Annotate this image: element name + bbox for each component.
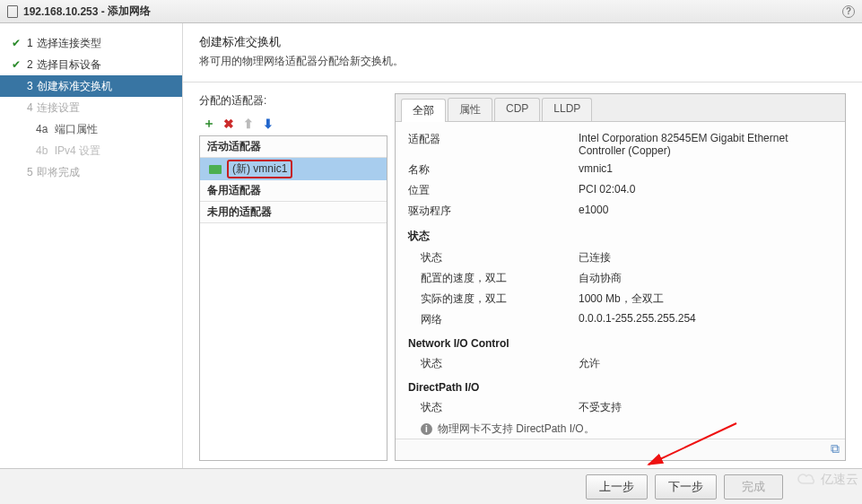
adapter-row-vmnic1[interactable]: (新) vmnic1 xyxy=(200,158,387,180)
value-networks: 0.0.0.1-255.255.255.254 xyxy=(579,312,832,327)
group-active[interactable]: 活动适配器 xyxy=(200,136,387,158)
wizard-step-1[interactable]: ✔ 1 选择连接类型 xyxy=(0,32,182,54)
info-icon: i xyxy=(421,423,432,435)
nic-icon xyxy=(209,165,222,174)
label-status: 状态 xyxy=(408,250,579,265)
step-number: 2 xyxy=(27,58,33,71)
tab-all[interactable]: 全部 xyxy=(401,99,446,122)
details-panel: 全部 属性 CDP LLDP 适配器 Intel Corporation 825… xyxy=(395,93,846,461)
section-status: 状态 xyxy=(408,222,832,248)
wizard-step-5: 5 即将完成 xyxy=(0,161,182,183)
page-description: 将可用的物理网络适配器分配给新交换机。 xyxy=(199,54,846,69)
label-directpath-status: 状态 xyxy=(408,400,579,415)
value-nioc-status: 允许 xyxy=(579,356,832,371)
wizard-step-2[interactable]: ✔ 2 选择目标设备 xyxy=(0,54,182,75)
label-driver: 驱动程序 xyxy=(408,204,579,219)
row-adapter: 适配器 Intel Corporation 82545EM Gigabit Et… xyxy=(408,129,832,160)
row-status: 状态 已连接 xyxy=(408,248,832,268)
title-sep: - xyxy=(98,5,108,18)
step-number: 4a xyxy=(36,123,48,135)
wizard-step-4a: 4a 端口属性 xyxy=(0,118,182,140)
value-directpath-status: 不受支持 xyxy=(579,400,832,415)
adapter-tree[interactable]: 活动适配器 (新) vmnic1 备用适配器 未用的适配器 xyxy=(199,135,387,461)
copy-icon[interactable]: ⧉ xyxy=(831,441,840,458)
step-label: 端口属性 xyxy=(55,122,98,137)
wizard-step-4b: 4b IPv4 设置 xyxy=(0,140,182,161)
value-configured-speed: 自动协商 xyxy=(579,271,832,286)
wizard-sidebar: ✔ 1 选择连接类型 ✔ 2 选择目标设备 3 创建标准交换机 4 连接设置 4… xyxy=(0,23,183,468)
step-label: IPv4 设置 xyxy=(55,143,100,159)
details-footer: ⧉ xyxy=(396,439,845,460)
step-number: 5 xyxy=(27,166,33,178)
tab-cdp[interactable]: CDP xyxy=(494,98,540,121)
back-button[interactable]: 上一步 xyxy=(586,474,648,500)
move-down-icon[interactable]: ⬇ xyxy=(262,117,274,130)
value-location: PCI 02:04.0 xyxy=(579,183,832,198)
row-directpath-status: 状态 不受支持 xyxy=(408,397,832,418)
group-unused[interactable]: 未用的适配器 xyxy=(200,202,387,223)
row-configured-speed: 配置的速度，双工 自动协商 xyxy=(408,268,832,289)
row-name: 名称 vmnic1 xyxy=(408,160,832,180)
value-driver: e1000 xyxy=(579,204,832,219)
label-name: 名称 xyxy=(408,162,579,178)
check-icon: ✔ xyxy=(9,37,23,49)
value-actual-speed: 1000 Mb，全双工 xyxy=(579,291,832,307)
add-icon[interactable]: ＋ xyxy=(203,117,215,130)
value-status: 已连接 xyxy=(579,250,832,265)
details-body[interactable]: 适配器 Intel Corporation 82545EM Gigabit Et… xyxy=(396,122,845,439)
label-adapter: 适配器 xyxy=(408,132,579,157)
allocation-label: 分配的适配器: xyxy=(199,93,387,109)
finish-button: 完成 xyxy=(724,474,783,500)
wizard-step-3[interactable]: 3 创建标准交换机 xyxy=(0,75,182,97)
label-configured-speed: 配置的速度，双工 xyxy=(408,271,579,286)
wizard-footer: 上一步 下一步 完成 取消 xyxy=(0,468,862,504)
adapter-label: (新) vmnic1 xyxy=(227,160,292,178)
step-label: 选择连接类型 xyxy=(37,36,101,51)
value-name: vmnic1 xyxy=(579,162,832,178)
divider xyxy=(183,82,862,83)
tab-props[interactable]: 属性 xyxy=(448,98,492,121)
main-panel: 创建标准交换机 将可用的物理网络适配器分配给新交换机。 分配的适配器: ＋ ✖ … xyxy=(183,23,862,468)
wizard-step-4: 4 连接设置 xyxy=(0,97,182,118)
step-number: 4b xyxy=(36,144,48,157)
step-number: 4 xyxy=(27,101,33,114)
help-icon[interactable]: ? xyxy=(842,5,855,18)
body: ✔ 1 选择连接类型 ✔ 2 选择目标设备 3 创建标准交换机 4 连接设置 4… xyxy=(0,23,862,468)
tab-lldp[interactable]: LLDP xyxy=(542,98,592,121)
move-up-icon: ⬆ xyxy=(242,117,255,130)
label-location: 位置 xyxy=(408,183,579,198)
title-host: 192.168.10.253 xyxy=(23,5,98,18)
directpath-info: i 物理网卡不支持 DirectPath I/O。 xyxy=(408,418,832,439)
step-label: 选择目标设备 xyxy=(37,57,101,73)
section-directpath: DirectPath I/O xyxy=(408,374,832,397)
step-number: 1 xyxy=(27,37,33,49)
titlebar: 192.168.10.253 - 添加网络 ? xyxy=(0,0,862,23)
allocation-column: 分配的适配器: ＋ ✖ ⬆ ⬇ 活动适配器 (新) vmnic1 备用适配器 未… xyxy=(199,93,387,461)
next-button[interactable]: 下一步 xyxy=(655,474,717,500)
value-adapter: Intel Corporation 82545EM Gigabit Ethern… xyxy=(579,132,832,157)
directpath-info-text: 物理网卡不支持 DirectPath I/O。 xyxy=(438,421,595,437)
step-number: 3 xyxy=(27,80,33,92)
step-label: 连接设置 xyxy=(37,100,80,116)
step-label: 即将完成 xyxy=(37,165,80,180)
adapter-toolbar: ＋ ✖ ⬆ ⬇ xyxy=(199,116,387,135)
step-label: 创建标准交换机 xyxy=(37,79,112,94)
label-networks: 网络 xyxy=(408,312,579,327)
row-location: 位置 PCI 02:04.0 xyxy=(408,180,832,201)
page-title: 创建标准交换机 xyxy=(199,34,846,50)
label-actual-speed: 实际的速度，双工 xyxy=(408,291,579,307)
remove-icon[interactable]: ✖ xyxy=(222,117,235,130)
check-icon: ✔ xyxy=(9,58,23,71)
details-tabs: 全部 属性 CDP LLDP xyxy=(396,94,845,122)
row-networks: 网络 0.0.0.1-255.255.255.254 xyxy=(408,309,832,330)
row-actual-speed: 实际的速度，双工 1000 Mb，全双工 xyxy=(408,289,832,309)
row-driver: 驱动程序 e1000 xyxy=(408,201,832,222)
row-nioc-status: 状态 允许 xyxy=(408,353,832,374)
host-icon xyxy=(7,5,18,18)
section-nioc: Network I/O Control xyxy=(408,330,832,353)
label-nioc-status: 状态 xyxy=(408,356,579,371)
title-action: 添加网络 xyxy=(108,4,151,19)
columns: 分配的适配器: ＋ ✖ ⬆ ⬇ 活动适配器 (新) vmnic1 备用适配器 未… xyxy=(199,93,846,461)
group-standby[interactable]: 备用适配器 xyxy=(200,180,387,202)
